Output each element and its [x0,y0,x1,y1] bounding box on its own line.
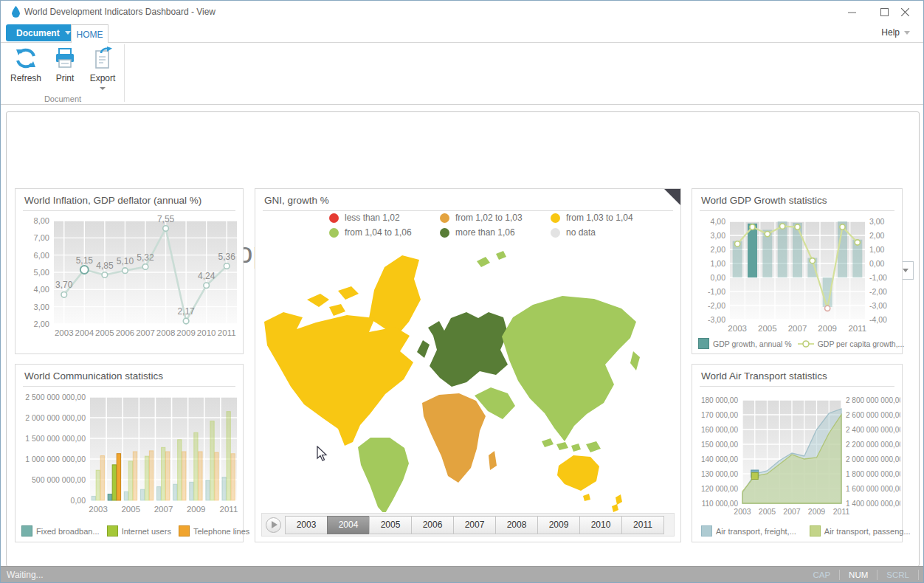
legend-swatch [698,338,709,349]
chevron-down-icon [65,31,71,35]
tab-home-label: HOME [77,30,103,40]
svg-text:2003: 2003 [734,507,751,516]
air-transport-area-chart[interactable]: 180 000,002 800 000 000,00170 000,002 60… [695,391,900,518]
ribbon-group-label: Document [1,94,125,103]
svg-text:6,00: 6,00 [34,251,49,260]
tab-home[interactable]: HOME [71,24,108,44]
svg-text:2 200 000 000,00: 2 200 000 000,00 [846,441,900,449]
communication-legend: Fixed broadban...Internet usersTelephone… [21,525,249,537]
svg-text:2011: 2011 [218,328,236,337]
inflation-line-chart[interactable]: 8,007,006,005,004,003,002,00200320042005… [18,213,240,352]
svg-text:3,00: 3,00 [34,303,49,311]
map-region-asia[interactable] [502,296,636,441]
close-button[interactable] [892,4,917,20]
svg-text:-1,00: -1,00 [708,287,725,296]
svg-text:2007: 2007 [136,328,155,337]
year-button-2007[interactable]: 2007 [453,516,496,534]
map-region-arctic-islands[interactable] [307,286,359,316]
year-button-2011[interactable]: 2011 [621,516,664,534]
panel-caption: World Air Transport statistics [701,370,827,382]
map-region-indonesia[interactable] [542,438,581,452]
svg-text:-4,00: -4,00 [869,315,887,324]
svg-text:2009: 2009 [808,507,826,516]
map-region-japan[interactable] [630,351,640,370]
svg-text:2003: 2003 [89,505,108,514]
export-button[interactable]: Export [84,46,121,92]
legend-label: Telephone lines [193,527,249,536]
map-region-greenland[interactable] [369,255,421,337]
refresh-button[interactable]: Refresh [7,46,44,92]
map-region-africa[interactable] [422,393,486,483]
year-button-2003[interactable]: 2003 [285,516,328,534]
map-legend-item: less than 1,02 [329,213,440,223]
svg-text:5,32: 5,32 [137,252,154,263]
svg-text:2009: 2009 [818,324,837,333]
ribbon: Refresh Print Export Document [1,43,923,105]
help-menu[interactable]: Help [881,27,910,38]
document-menu-label: Document [16,28,60,38]
legend-label: from 1,03 to 1,04 [566,213,633,223]
year-button-2006[interactable]: 2006 [411,516,454,534]
chevron-down-icon [904,31,910,35]
help-label: Help [881,27,900,38]
svg-text:150 000,00: 150 000,00 [701,441,738,449]
map-region-uk[interactable] [417,340,430,358]
legend-label: more than 1,06 [455,227,515,238]
legend-swatch [107,525,118,537]
document-menu-button[interactable]: Document [6,24,78,41]
svg-text:5,00: 5,00 [34,268,49,277]
caption-divider [23,386,235,387]
ribbon-tab-row: Document HOME Help [1,23,923,43]
map-legend-item: from 1,02 to 1,03 [440,213,551,223]
map-region-madagascar[interactable] [489,451,497,470]
svg-text:3,00: 3,00 [711,231,726,240]
legend-item: Air transport, passeng... [810,525,911,537]
map-region-south-america[interactable] [358,438,409,512]
caps-lock-indicator: CAP [804,570,839,579]
svg-text:7,00: 7,00 [34,233,49,242]
legend-item: GDP per capita growth,... [798,339,905,348]
svg-text:130 000,00: 130 000,00 [701,470,738,478]
map-region-svalbard[interactable] [477,251,506,267]
print-button[interactable]: Print [46,46,83,92]
svg-text:170 000,00: 170 000,00 [701,411,738,419]
panel-caption: World Communication statistics [24,370,163,382]
year-button-2005[interactable]: 2005 [369,516,412,534]
map-region-europe[interactable] [428,312,508,387]
svg-text:180 000,00: 180 000,00 [701,396,738,404]
map-region-australia[interactable] [557,455,599,501]
svg-text:2003: 2003 [55,328,74,337]
panel-corner-badge[interactable] [664,189,680,205]
panel-caption: World Inflation, GDP deflator (annual %) [24,195,201,206]
svg-text:2009: 2009 [176,328,196,337]
map-region-new-guinea[interactable] [586,441,601,452]
svg-text:0,00: 0,00 [869,259,885,268]
scroll-lock-indicator: SCRL [878,570,918,579]
ribbon-group-separator [124,44,125,102]
world-choropleth-map[interactable] [258,248,679,512]
svg-text:7,55: 7,55 [157,214,175,224]
year-button-2008[interactable]: 2008 [495,516,538,534]
svg-text:1 000 000 000,00: 1 000 000 000,00 [25,455,86,463]
year-button-2004[interactable]: 2004 [327,516,370,534]
svg-text:2005: 2005 [759,507,776,516]
year-button-2009[interactable]: 2009 [537,516,580,534]
svg-text:2 000 000 000,00: 2 000 000 000,00 [25,413,86,422]
svg-text:2 500 000 000,00: 2 500 000 000,00 [25,393,86,401]
map-region-new-zealand[interactable] [612,494,622,512]
map-region-north-america[interactable] [264,312,413,446]
export-label: Export [90,73,116,83]
map-legend-item: from 1,04 to 1,06 [329,227,440,238]
year-button-2010[interactable]: 2010 [579,516,622,534]
play-button[interactable] [266,517,281,533]
minimize-button[interactable] [839,4,864,20]
svg-text:-1,00: -1,00 [869,273,887,282]
svg-text:1 800 000 000,00: 1 800 000 000,00 [846,470,900,478]
svg-text:4,85: 4,85 [96,261,114,271]
svg-text:2004: 2004 [75,328,94,337]
communication-bar-chart[interactable]: 2 500 000 000,002 000 000 000,001 500 00… [17,388,241,520]
map-legend-item: from 1,03 to 1,04 [551,213,654,223]
legend-dot [329,213,339,223]
legend-line-marker [798,339,814,348]
gdp-combo-chart[interactable]: 4,003,002,001,000,00-1,00-2,00-3,003,002… [695,214,900,336]
